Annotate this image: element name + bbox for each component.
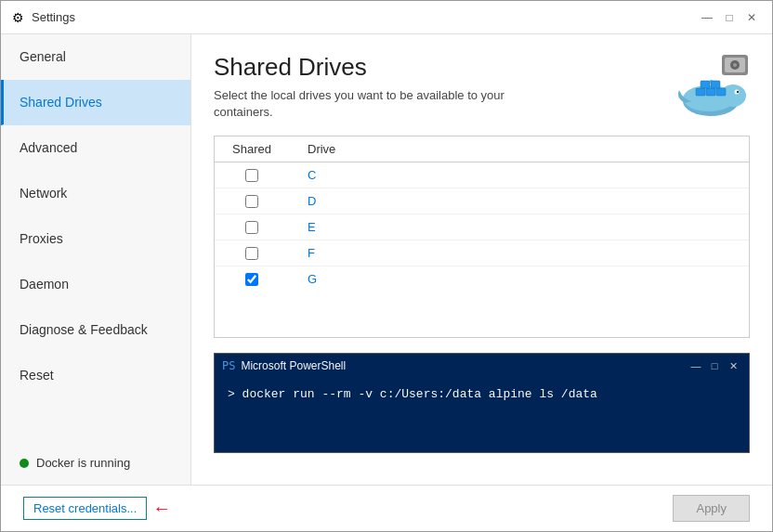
svg-rect-9 <box>696 88 705 96</box>
drive-g-checkbox[interactable] <box>245 273 258 286</box>
drive-e-checkbox[interactable] <box>245 221 258 234</box>
sidebar-item-advanced[interactable]: Advanced <box>1 125 190 171</box>
ps-close-button[interactable]: ✕ <box>725 358 741 373</box>
table-row: E <box>215 214 749 240</box>
sidebar-item-network[interactable]: Network <box>1 171 190 216</box>
svg-rect-13 <box>711 81 720 88</box>
table-row: G <box>215 266 749 292</box>
drive-e-letter: E <box>289 220 749 234</box>
arrow-icon: ← <box>152 498 171 519</box>
sidebar-item-reset[interactable]: Reset <box>1 353 190 398</box>
status-text: Docker is running <box>36 456 130 470</box>
status-indicator <box>20 459 29 468</box>
app-icon: ⚙ <box>12 10 24 25</box>
ps-command-text: > docker run --rm -v c:/Users:/data alpi… <box>228 387 736 401</box>
ps-minimize-button[interactable]: — <box>688 358 704 373</box>
table-row: F <box>215 240 749 266</box>
settings-window: ⚙ Settings — □ ✕ General Shared Drives A… <box>0 0 773 532</box>
drive-g-letter: G <box>289 272 749 286</box>
drive-f-checkbox-cell <box>215 247 289 260</box>
drive-d-checkbox[interactable] <box>245 195 258 208</box>
drive-d-letter: D <box>289 194 749 208</box>
drive-f-letter: F <box>289 246 749 260</box>
header-text: Shared Drives Select the local drives yo… <box>214 53 511 121</box>
drive-f-checkbox[interactable] <box>245 247 258 260</box>
window-title: Settings <box>32 10 75 24</box>
title-bar-left: ⚙ Settings <box>12 10 75 25</box>
title-bar-controls: — □ ✕ <box>698 8 761 27</box>
sidebar-item-daemon[interactable]: Daemon <box>1 262 190 307</box>
table-header: Shared Drive <box>215 136 749 162</box>
ps-controls: — □ ✕ <box>688 358 741 373</box>
maximize-button[interactable]: □ <box>720 8 739 27</box>
ps-title-left: PS Microsoft PowerShell <box>222 359 346 372</box>
sidebar-item-proxies[interactable]: Proxies <box>1 216 190 262</box>
col-shared-header: Shared <box>215 142 289 156</box>
close-button[interactable]: ✕ <box>742 8 761 27</box>
page-title: Shared Drives <box>214 53 511 82</box>
table-row: D <box>215 188 749 214</box>
ps-icon: PS <box>222 359 235 372</box>
title-bar: ⚙ Settings — □ ✕ <box>1 1 772 34</box>
drive-table: Shared Drive C D <box>214 136 750 338</box>
sidebar: General Shared Drives Advanced Network P… <box>1 34 191 485</box>
apply-button[interactable]: Apply <box>673 495 750 522</box>
ps-terminal-body: > docker run --rm -v c:/Users:/data alpi… <box>215 378 749 452</box>
drive-c-letter: C <box>289 168 749 182</box>
bottom-bar: Reset credentials... ← Apply <box>1 485 772 531</box>
svg-rect-10 <box>706 88 715 96</box>
content-area: General Shared Drives Advanced Network P… <box>1 34 772 485</box>
powershell-window: PS Microsoft PowerShell — □ ✕ > docker r… <box>214 353 750 453</box>
docker-whale-icon <box>675 53 750 118</box>
drive-c-checkbox[interactable] <box>245 169 258 182</box>
svg-point-3 <box>733 63 737 67</box>
drive-c-checkbox-cell <box>215 169 289 182</box>
sidebar-item-shared-drives[interactable]: Shared Drives <box>1 80 190 125</box>
ps-title-bar: PS Microsoft PowerShell — □ ✕ <box>215 354 749 378</box>
main-header: Shared Drives Select the local drives yo… <box>214 53 750 121</box>
main-panel: Shared Drives Select the local drives yo… <box>191 34 772 485</box>
sidebar-item-general[interactable]: General <box>1 34 190 80</box>
ps-maximize-button[interactable]: □ <box>706 358 723 373</box>
page-subtitle: Select the local drives you want to be a… <box>214 87 511 121</box>
svg-rect-12 <box>701 81 710 88</box>
reset-credentials-button[interactable]: Reset credentials... <box>23 497 147 520</box>
reset-area: Reset credentials... ← <box>23 497 171 520</box>
drive-g-checkbox-cell <box>215 273 289 286</box>
svg-point-8 <box>737 91 739 93</box>
svg-rect-11 <box>716 88 726 96</box>
drive-e-checkbox-cell <box>215 221 289 234</box>
drive-d-checkbox-cell <box>215 195 289 208</box>
ps-title: Microsoft PowerShell <box>241 359 346 372</box>
col-drive-header: Drive <box>289 142 749 156</box>
minimize-button[interactable]: — <box>698 8 716 27</box>
table-row: C <box>215 162 749 188</box>
sidebar-item-diagnose[interactable]: Diagnose & Feedback <box>1 307 190 353</box>
docker-status: Docker is running <box>1 441 190 485</box>
